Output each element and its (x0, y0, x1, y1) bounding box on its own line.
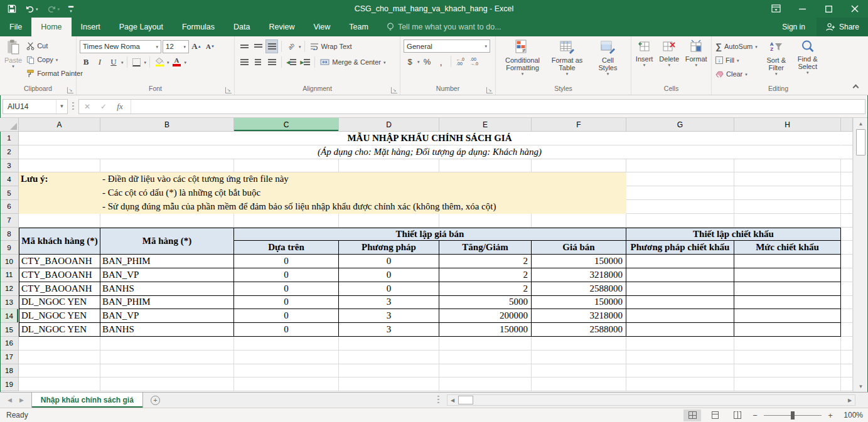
fill-button[interactable]: ↓ Fill ▾ (714, 53, 759, 67)
row-header-18[interactable]: 18 (0, 364, 19, 378)
row-header-11[interactable]: 11 (0, 268, 19, 282)
cut-button[interactable]: Cut (24, 39, 85, 53)
cell-B19[interactable] (100, 377, 234, 391)
cell-D14[interactable]: 3 (339, 309, 439, 323)
sheet-nav-right-icon[interactable]: ▶ (19, 397, 24, 403)
cancel-entry-icon[interactable]: ✕ (79, 102, 95, 111)
cell-G12[interactable] (626, 282, 734, 296)
cell-C11[interactable]: 0 (234, 268, 339, 282)
cell-D19[interactable] (339, 377, 439, 391)
cell-A6[interactable] (19, 200, 100, 214)
sign-in-button[interactable]: Sign in (771, 23, 817, 31)
row-header-14[interactable]: 14 (0, 309, 19, 323)
cell-F13[interactable]: 150000 (532, 296, 626, 310)
cell-F10[interactable]: 150000 (532, 255, 626, 268)
maximize-button[interactable] (815, 0, 842, 18)
alignment-dialog-launcher[interactable]: ↘ (391, 87, 397, 93)
cell-I14[interactable] (841, 309, 853, 323)
decrease-decimal-button[interactable]: .00→.0 (468, 55, 481, 68)
cell-D12[interactable]: 0 (339, 282, 439, 296)
cell-B16[interactable] (100, 337, 234, 351)
zoom-in-button[interactable]: + (827, 411, 834, 420)
cell-D13[interactable]: 3 (339, 296, 439, 310)
cell-F9[interactable]: Giá bán (532, 241, 626, 255)
formula-input[interactable] (134, 100, 865, 113)
cell-I2[interactable] (841, 145, 853, 159)
cell-G7[interactable] (626, 214, 734, 228)
row-header-13[interactable]: 13 (0, 296, 19, 310)
column-header-D[interactable]: D (339, 118, 439, 132)
format-cells-button[interactable]: Format ▾ (683, 38, 709, 83)
cell-E9[interactable]: Tăng/Giảm (439, 241, 532, 255)
cell-A10[interactable]: CTY_BAOOANH (19, 255, 100, 268)
conditional-formatting-button[interactable]: ≠ Conditional Formatting ▾ (501, 38, 545, 83)
cell-I11[interactable] (841, 268, 853, 282)
cell-G13[interactable] (626, 296, 734, 310)
align-right-button[interactable] (265, 55, 278, 69)
zoom-level[interactable]: 100% (839, 411, 863, 419)
cell-E11[interactable]: 2 (439, 268, 532, 282)
cell-E7[interactable] (439, 214, 532, 228)
font-color-button[interactable]: A (171, 55, 183, 69)
cell-C3[interactable] (234, 159, 339, 173)
cell-A1[interactable]: MẪU NHẬP KHẨU CHÍNH SÁCH GIÁ (19, 132, 841, 145)
insert-cells-button[interactable]: Insert ▾ (633, 38, 656, 83)
column-header-E[interactable]: E (439, 118, 532, 132)
paste-button[interactable]: Paste ▾ (2, 38, 24, 83)
cell-E18[interactable] (439, 364, 532, 378)
cell-G10[interactable] (626, 255, 734, 268)
cell-A17[interactable] (19, 351, 100, 364)
cell-G8[interactable]: Thiết lập chiết khấu (626, 228, 841, 241)
undo-button[interactable]: ▾ (25, 5, 38, 13)
cell-E12[interactable]: 2 (439, 282, 532, 296)
row-header-8[interactable]: 8 (0, 228, 19, 241)
cell-B11[interactable]: BAN_VP (100, 268, 234, 282)
font-size-select[interactable]: 12▾ (163, 40, 189, 53)
cell-D9[interactable]: Phương pháp (339, 241, 439, 255)
cell-I4[interactable] (841, 172, 853, 186)
delete-cells-button[interactable]: Delete ▾ (656, 38, 682, 83)
vertical-scroll-thumb[interactable] (856, 129, 865, 156)
column-header-G[interactable]: G (626, 118, 734, 132)
cell-A19[interactable] (19, 377, 100, 391)
row-header-12[interactable]: 12 (0, 282, 19, 296)
cell-H9[interactable]: Mức chiết khấu (734, 241, 841, 255)
cell-G19[interactable] (626, 377, 734, 391)
row-header-19[interactable]: 19 (0, 377, 19, 391)
cell-F16[interactable] (532, 337, 626, 351)
cell-H13[interactable] (734, 296, 841, 310)
cell-I3[interactable] (841, 159, 853, 173)
cell-H17[interactable] (734, 351, 841, 364)
clipboard-dialog-launcher[interactable]: ↘ (67, 87, 73, 93)
customize-qat-button[interactable]: ▬▾ (68, 4, 73, 13)
row-header-5[interactable]: 5 (0, 186, 19, 200)
align-middle-button[interactable] (252, 40, 264, 53)
cell-B13[interactable]: BAN_PHIM (100, 296, 234, 310)
currency-format-button[interactable]: $ (404, 55, 416, 68)
row-header-3[interactable]: 3 (0, 159, 19, 173)
row-header-7[interactable]: 7 (0, 214, 19, 228)
tab-page-layout[interactable]: Page Layout (110, 18, 173, 36)
cell-H5[interactable] (734, 186, 841, 200)
tab-home[interactable]: Home (31, 18, 71, 36)
formula-bar-splitter[interactable] (72, 102, 74, 111)
cell-G5[interactable] (626, 186, 734, 200)
cell-B10[interactable]: BAN_PHIM (100, 255, 234, 268)
cell-I7[interactable] (841, 214, 853, 228)
column-header-A[interactable]: A (19, 118, 100, 132)
page-break-view-button[interactable] (729, 409, 746, 421)
tab-view[interactable]: View (304, 18, 340, 36)
row-header-6[interactable]: 6 (0, 200, 19, 214)
column-header-C[interactable]: C (234, 118, 339, 132)
scroll-up-icon[interactable]: ▲ (854, 118, 868, 129)
comma-format-button[interactable]: , (435, 55, 447, 68)
cell-B6[interactable]: - Sử dụng đúng mẫu của phần mềm để đảm b… (100, 200, 626, 214)
cell-B18[interactable] (100, 364, 234, 378)
font-dialog-launcher[interactable]: ↘ (225, 87, 232, 93)
cell-H19[interactable] (734, 377, 841, 391)
scroll-right-icon[interactable]: ▶ (845, 395, 855, 405)
copy-button[interactable]: Copy ▾ (24, 53, 85, 66)
cell-C19[interactable] (234, 377, 339, 391)
cell-I17[interactable] (841, 351, 853, 364)
row-header-16[interactable]: 16 (0, 337, 19, 351)
